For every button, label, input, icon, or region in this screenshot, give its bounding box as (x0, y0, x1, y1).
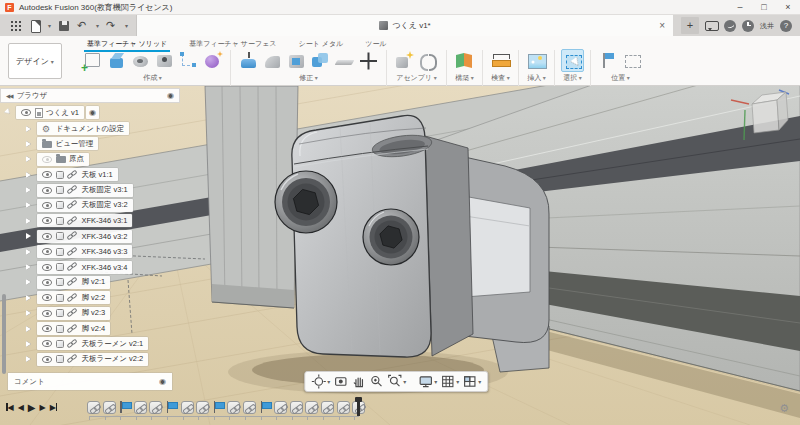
expand-arrow-icon[interactable] (26, 326, 34, 332)
browser-row[interactable]: XFK-346 v3:3 (26, 245, 186, 258)
timeline-item[interactable] (149, 401, 162, 414)
job-status-gear-icon[interactable] (779, 402, 789, 414)
expand-arrow-icon[interactable] (26, 141, 34, 147)
timeline-item[interactable] (274, 401, 287, 414)
browser-row[interactable]: 原点 (26, 153, 186, 166)
group-label-create[interactable]: 作成 (143, 73, 162, 83)
move-copy-icon[interactable] (357, 49, 380, 72)
visibility-eye-icon[interactable] (42, 294, 52, 301)
fillet-icon[interactable] (261, 49, 284, 72)
visibility-eye-icon[interactable] (21, 109, 31, 116)
visibility-eye-icon[interactable] (42, 233, 52, 240)
file-menu-caret-icon[interactable]: ▾ (48, 20, 51, 32)
close-button[interactable]: × (776, 0, 800, 15)
new-component-icon[interactable] (393, 49, 416, 72)
browser-header-radio-icon[interactable] (167, 90, 174, 102)
revolve-icon[interactable] (129, 49, 152, 72)
timeline-item[interactable] (337, 401, 350, 414)
expand-arrow-icon[interactable] (4, 108, 14, 118)
timeline-item[interactable] (134, 401, 147, 414)
expand-arrow-icon[interactable] (26, 279, 34, 285)
group-label-assemble[interactable]: アセンブリ (396, 73, 437, 83)
capture-position-icon[interactable] (597, 49, 620, 72)
file-menu-icon[interactable] (29, 20, 41, 32)
browser-root-row[interactable]: つくえ v1 (5, 106, 186, 119)
comment-radio-icon[interactable] (159, 376, 166, 388)
group-label-modify[interactable]: 修正 (299, 73, 318, 83)
group-label-insert[interactable]: 挿入 (527, 73, 546, 83)
expand-arrow-icon[interactable] (26, 310, 34, 316)
play-button[interactable]: ▶ (28, 401, 36, 414)
help-icon[interactable] (780, 20, 792, 32)
visibility-eye-icon[interactable] (42, 156, 52, 163)
document-tab[interactable]: つくえ v1* (136, 15, 673, 36)
group-label-select[interactable]: 選択 (563, 73, 582, 83)
visibility-eye-icon[interactable] (42, 310, 52, 317)
browser-row[interactable]: XFK-346 v3:1 (26, 214, 186, 227)
comment-bar[interactable]: コメント (8, 373, 172, 390)
viewport-canvas[interactable]: ブラウザ つくえ v1 (0, 86, 800, 425)
app-grid-icon[interactable] (10, 20, 22, 32)
expand-arrow-icon[interactable] (26, 172, 34, 178)
expand-arrow-icon[interactable] (26, 218, 34, 224)
browser-row[interactable]: 天板固定 v3:2 (26, 199, 186, 212)
construction-plane-icon[interactable] (453, 49, 476, 72)
browser-header[interactable]: ブラウザ (0, 88, 180, 103)
expand-arrow-icon[interactable] (26, 295, 34, 301)
pan-icon[interactable] (351, 374, 366, 389)
visibility-eye-icon[interactable] (42, 187, 52, 194)
combine-icon[interactable] (309, 49, 332, 72)
offset-face-icon[interactable] (333, 49, 356, 72)
save-icon[interactable] (58, 20, 70, 32)
minimize-button[interactable]: – (728, 0, 752, 15)
step-back-button[interactable]: ◀ (18, 401, 24, 414)
zoom-icon[interactable] (369, 374, 384, 389)
revert-position-icon[interactable] (621, 49, 644, 72)
expand-arrow-icon[interactable] (26, 341, 34, 347)
redo-icon[interactable] (106, 20, 118, 32)
expand-arrow-icon[interactable] (26, 233, 34, 239)
new-tab-button[interactable] (681, 17, 699, 34)
display-settings-icon[interactable]: ▾ (418, 374, 437, 389)
timeline-item[interactable] (305, 401, 318, 414)
collapse-panel-icon[interactable] (6, 93, 12, 99)
visibility-eye-icon[interactable] (42, 279, 52, 286)
select-tool-icon[interactable] (561, 49, 584, 72)
create-sketch-icon[interactable] (81, 49, 104, 72)
timeline-item[interactable] (165, 400, 178, 414)
expand-arrow-icon[interactable] (26, 356, 34, 362)
browser-row[interactable]: 天板 v1:1 (26, 168, 186, 181)
timeline-item[interactable] (290, 401, 303, 414)
joint-icon[interactable] (417, 49, 440, 72)
user-name[interactable]: 浅井 (760, 21, 774, 31)
activate-component-radio[interactable] (89, 107, 96, 119)
hex-socket-screw-upper[interactable] (275, 171, 337, 233)
group-label-position[interactable]: 位置 (611, 73, 630, 83)
browser-row[interactable]: 天板ラーメン v2:1 (26, 337, 186, 350)
timeline-playhead[interactable] (357, 397, 360, 416)
visibility-eye-icon[interactable] (42, 171, 52, 178)
visibility-eye-icon[interactable] (42, 340, 52, 347)
expand-arrow-icon[interactable] (26, 202, 34, 208)
measure-icon[interactable] (489, 49, 512, 72)
browser-row[interactable]: XFK-346 v3:4 (26, 261, 186, 274)
derive-icon[interactable] (177, 49, 200, 72)
timeline-item[interactable] (243, 401, 256, 414)
undo-icon[interactable] (77, 20, 89, 32)
browser-row[interactable]: 脚 v2:2 (26, 291, 186, 304)
timeline-item[interactable] (181, 401, 194, 414)
timeline-item[interactable] (212, 400, 225, 414)
shell-icon[interactable] (285, 49, 308, 72)
timeline-item[interactable] (259, 400, 272, 414)
go-to-end-button[interactable]: ▶ (50, 401, 58, 414)
expand-arrow-icon[interactable] (26, 264, 34, 270)
hex-socket-screw-lower[interactable] (363, 209, 419, 265)
group-label-construct[interactable]: 構築 (455, 73, 474, 83)
browser-row[interactable]: 天板固定 v3:1 (26, 184, 186, 197)
job-status-clock-icon[interactable] (742, 20, 754, 32)
timeline-item[interactable] (118, 400, 131, 414)
visibility-eye-icon[interactable] (42, 202, 52, 209)
browser-row[interactable]: 脚 v2:1 (26, 276, 186, 289)
visibility-eye-icon[interactable] (42, 248, 52, 255)
look-at-icon[interactable] (333, 374, 348, 389)
